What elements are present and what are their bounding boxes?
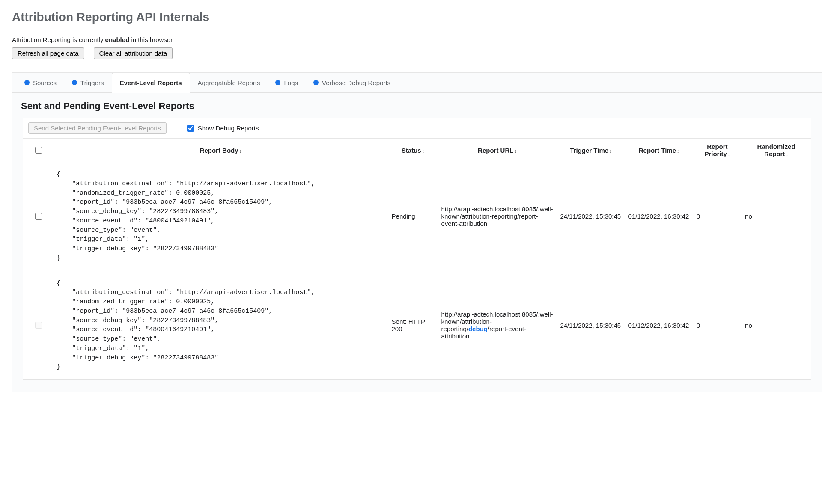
column-header-randomized[interactable]: Randomized Report↕ [742, 139, 811, 162]
cell-priority: 0 [693, 162, 742, 271]
cell-status: Sent: HTTP 200 [388, 271, 438, 379]
tab-triggers[interactable]: Triggers [64, 73, 111, 92]
show-debug-toggle[interactable]: Show Debug Reports [185, 124, 259, 133]
col-label: Report Priority [704, 143, 727, 157]
col-label: Randomized Report [757, 143, 795, 157]
cell-report-time: 01/12/2022, 16:30:42 [625, 271, 693, 379]
col-label: Report Time [639, 147, 676, 154]
column-header-status[interactable]: Status↕ [388, 139, 438, 162]
tab-sources[interactable]: Sources [17, 73, 64, 92]
tab-event-level-reports[interactable]: Event-Level Reports [112, 73, 190, 93]
status-prefix: Attribution Reporting is currently [12, 36, 105, 43]
divider [12, 65, 822, 65]
url-pre: http://arapi-adtech.localhost:8085/.well… [441, 205, 553, 227]
column-header-report-time[interactable]: Report Time↕ [625, 139, 693, 162]
send-selected-button[interactable]: Send Selected Pending Event-Level Report… [28, 122, 167, 134]
tab-aggregatable-reports[interactable]: Aggregatable Reports [190, 73, 268, 92]
sort-icon: ↕ [609, 148, 612, 154]
report-body-json: { "attribution_destination": "http://ara… [57, 170, 384, 263]
cell-randomized: no [742, 162, 811, 271]
reports-panel: Send Selected Pending Event-Level Report… [23, 118, 811, 380]
table-row: { "attribution_destination": "http://ara… [23, 162, 811, 271]
show-debug-checkbox[interactable] [187, 125, 194, 132]
status-line: Attribution Reporting is currently enabl… [12, 36, 822, 43]
cell-status: Pending [388, 162, 438, 271]
section-title: Sent and Pending Event-Level Reports [12, 93, 822, 118]
cell-trigger-time: 24/11/2022, 15:30:45 [557, 271, 625, 379]
dot-icon [275, 80, 280, 85]
column-header-url[interactable]: Report URL↕ [438, 139, 557, 162]
clear-button[interactable]: Clear all attribution data [94, 47, 173, 59]
tab-label: Event-Level Reports [120, 79, 182, 86]
tab-bar: Sources Triggers Event-Level Reports Agg… [12, 73, 822, 93]
dot-icon [72, 80, 77, 85]
report-body-json: { "attribution_destination": "http://ara… [57, 279, 384, 372]
sort-icon: ↕ [422, 148, 425, 154]
sort-icon: ↕ [514, 148, 517, 154]
sort-icon: ↕ [239, 148, 242, 154]
col-label: Report Body [200, 147, 238, 154]
tab-label: Verbose Debug Reports [322, 79, 390, 86]
tab-logs[interactable]: Logs [268, 73, 306, 92]
reports-table: Report Body↕ Status↕ Report URL↕ Trigger… [23, 139, 811, 379]
table-row: { "attribution_destination": "http://ara… [23, 271, 811, 379]
sort-icon: ↕ [677, 148, 679, 154]
row-select-checkbox[interactable] [35, 213, 42, 220]
url-em: debug [468, 325, 488, 332]
cell-randomized: no [742, 271, 811, 379]
controls-row: Send Selected Pending Event-Level Report… [23, 118, 811, 139]
page-title: Attribution Reporting API Internals [12, 10, 822, 24]
sort-icon: ↕ [728, 152, 730, 157]
column-header-trigger-time[interactable]: Trigger Time↕ [557, 139, 625, 162]
tab-verbose-debug-reports[interactable]: Verbose Debug Reports [306, 73, 398, 92]
row-select-checkbox[interactable] [35, 322, 42, 329]
show-debug-label: Show Debug Reports [198, 125, 259, 132]
dot-icon [313, 80, 319, 85]
cell-trigger-time: 24/11/2022, 15:30:45 [557, 162, 625, 271]
col-label: Report URL [478, 147, 513, 154]
cell-url: http://arapi-adtech.localhost:8085/.well… [438, 271, 557, 379]
status-suffix: in this browser. [129, 36, 174, 43]
tab-label: Triggers [80, 79, 104, 86]
cell-report-time: 01/12/2022, 16:30:42 [625, 162, 693, 271]
tab-label: Logs [284, 79, 298, 86]
column-header-select [23, 139, 53, 162]
select-all-checkbox[interactable] [35, 147, 42, 154]
column-header-body[interactable]: Report Body↕ [53, 139, 388, 162]
column-header-priority[interactable]: Report Priority↕ [693, 139, 742, 162]
tab-label: Sources [33, 79, 57, 86]
tab-label: Aggregatable Reports [198, 79, 260, 86]
dot-icon [24, 80, 30, 85]
section-container: Sources Triggers Event-Level Reports Agg… [12, 72, 822, 392]
status-value: enabled [105, 36, 130, 43]
sort-icon: ↕ [786, 152, 788, 157]
col-label: Status [402, 147, 421, 154]
cell-priority: 0 [693, 271, 742, 379]
col-label: Trigger Time [570, 147, 608, 154]
refresh-button[interactable]: Refresh all page data [12, 47, 84, 59]
cell-url: http://arapi-adtech.localhost:8085/.well… [438, 162, 557, 271]
